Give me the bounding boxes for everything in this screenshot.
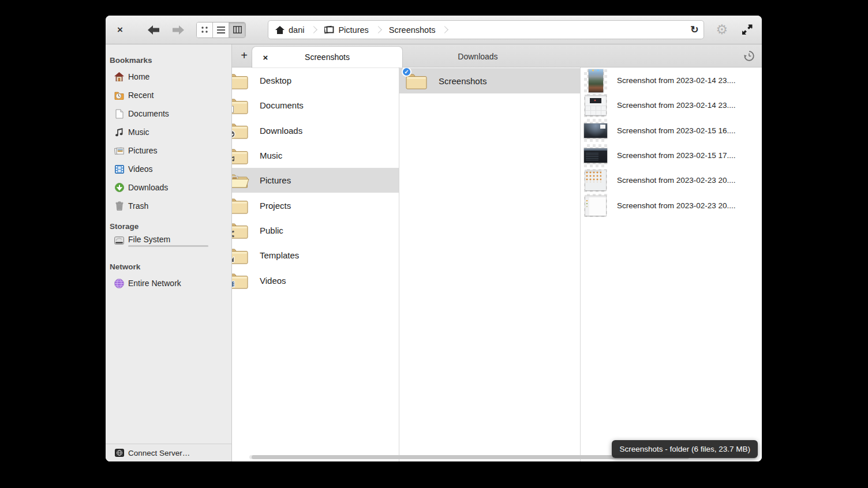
file-name: Screenshot from 2023-02-14 23.... [617, 101, 736, 110]
sidebar-item-label: Entire Network [128, 279, 181, 287]
folder-row-music[interactable]: Music [232, 143, 399, 168]
sidebar-item-label: Recent [128, 91, 154, 99]
tab-label: Downloads [458, 52, 497, 61]
sidebar-item-label: Downloads [128, 183, 168, 192]
folder-icon: ✓ [405, 72, 428, 90]
home-icon [114, 72, 124, 82]
history-clock-icon [743, 50, 755, 62]
toolbar: × [106, 16, 762, 44]
window-close-button[interactable]: × [114, 24, 126, 36]
sidebar-item-label: Music [128, 128, 149, 136]
grid-view-icon [201, 26, 208, 33]
breadcrumb-pictures[interactable]: Pictures [324, 25, 368, 35]
fullscreen-expand-button[interactable] [742, 24, 753, 35]
settings-gear-button[interactable]: ⚙ [716, 23, 728, 36]
folder-label: Public [260, 226, 283, 235]
refresh-button[interactable]: ↻ [690, 24, 698, 36]
sidebar-item-recent[interactable]: Recent [106, 86, 231, 104]
folder-label: Videos [260, 276, 286, 286]
folder-label: Music [260, 151, 282, 160]
tab-screenshots[interactable]: × Screenshots [252, 47, 402, 67]
drive-icon [114, 235, 124, 245]
forward-button[interactable] [171, 24, 186, 36]
folder-row-templates[interactable]: Templates [232, 243, 399, 268]
folder-row-desktop[interactable]: Desktop [232, 68, 399, 93]
sidebar-item-documents[interactable]: Documents [106, 104, 231, 123]
file-row[interactable]: Screenshot from 2023-02-15 17.... [581, 143, 762, 168]
column-view-button[interactable] [229, 22, 245, 37]
window-content: BookmarksHomeRecentDocumentsMusicPicture… [106, 44, 762, 461]
folder-row-public[interactable]: Public [232, 218, 399, 243]
folder-row-downloads[interactable]: Downloads [232, 118, 399, 143]
tab-downloads[interactable]: Downloads [402, 46, 553, 67]
folder-row-documents[interactable]: Documents [232, 93, 399, 118]
server-icon [114, 448, 124, 458]
breadcrumb-label: dani [289, 25, 304, 35]
grid-view-button[interactable] [197, 22, 213, 37]
folder-row-videos[interactable]: Videos [232, 268, 399, 292]
sidebar-item-label: File System [128, 235, 208, 243]
column-places: DesktopDocumentsDownloadsMusicPicturesPr… [232, 67, 399, 461]
breadcrumb: dani Pictures Screenshots ↻ [268, 20, 704, 39]
folder-icon [232, 171, 249, 190]
connect-server-button[interactable]: Connect Server… [106, 444, 231, 461]
folder-label: Templates [260, 250, 299, 260]
recent-icon [114, 91, 124, 100]
forward-arrow-icon [173, 25, 184, 35]
sidebar-item-label: Documents [128, 110, 169, 118]
sidebar-item-pictures[interactable]: Pictures [106, 141, 231, 160]
pictures-crumb-icon [324, 25, 334, 34]
folder-row-projects[interactable]: Projects [232, 193, 399, 217]
file-row[interactable]: Screenshot from 2023-02-14 23.... [581, 93, 762, 118]
sidebar-item-label: Trash [128, 202, 148, 210]
file-thumbnail [584, 69, 607, 92]
sidebar-item-file-system[interactable]: File System [106, 234, 231, 256]
file-row[interactable]: Screenshot from 2023-02-14 23.... [581, 68, 762, 93]
file-name: Screenshot from 2023-02-23 20.... [617, 176, 736, 185]
file-thumbnail [584, 194, 607, 217]
thumbnail-image [585, 95, 606, 115]
file-manager-window: × [106, 16, 762, 461]
back-button[interactable] [146, 24, 161, 36]
column-screenshots-contents: Screenshot from 2023-02-14 23....Screens… [581, 67, 762, 461]
file-name: Screenshot from 2023-02-23 20.... [617, 201, 736, 210]
folder-row-pictures[interactable]: Pictures [232, 168, 399, 193]
new-tab-button[interactable]: + [237, 48, 252, 63]
list-view-button[interactable] [213, 22, 229, 37]
thumbnail-image [585, 170, 606, 190]
file-row[interactable]: Screenshot from 2023-02-23 20.... [581, 168, 762, 193]
list-view-icon [217, 27, 225, 33]
file-name: Screenshot from 2023-02-15 16.... [617, 126, 736, 135]
sidebar-item-label: Pictures [128, 147, 158, 155]
breadcrumb-home[interactable]: dani [275, 25, 304, 35]
sidebar-item-text: File System [128, 235, 208, 247]
sidebar-section-network: NetworkEntire Network [106, 259, 231, 292]
file-thumbnail [584, 144, 607, 167]
chevron-right-icon [442, 26, 449, 33]
sidebar-item-home[interactable]: Home [106, 67, 231, 86]
sidebar-item-downloads[interactable]: Downloads [106, 178, 231, 197]
folder-row-screenshots[interactable]: ✓Screenshots [399, 68, 580, 93]
sidebar-section-title: Storage [106, 219, 231, 234]
sidebar-item-label: Home [128, 73, 149, 81]
view-switcher [196, 22, 246, 38]
thumbnail-image [584, 148, 607, 163]
sidebar-item-trash[interactable]: Trash [106, 197, 231, 215]
folder-label: Desktop [260, 76, 291, 85]
breadcrumb-screenshots[interactable]: Screenshots [389, 25, 436, 35]
sidebar-item-videos[interactable]: Videos [106, 160, 231, 178]
folder-label: Screenshots [439, 76, 487, 86]
file-row[interactable]: Screenshot from 2023-02-15 16.... [581, 118, 762, 143]
folder-label: Pictures [260, 175, 291, 185]
downloads-icon [114, 183, 124, 193]
folder-icon [232, 121, 249, 140]
connect-server-label: Connect Server… [128, 449, 190, 457]
sidebar-item-music[interactable]: Music [106, 123, 231, 141]
back-arrow-icon [148, 25, 159, 35]
sidebar-section-title: Network [106, 259, 231, 274]
sidebar-item-entire-network[interactable]: Entire Network [106, 274, 231, 292]
file-row[interactable]: Screenshot from 2023-02-23 20.... [581, 193, 762, 217]
history-button[interactable] [742, 49, 756, 63]
breadcrumb-label: Screenshots [389, 25, 436, 35]
file-thumbnail [584, 169, 607, 192]
